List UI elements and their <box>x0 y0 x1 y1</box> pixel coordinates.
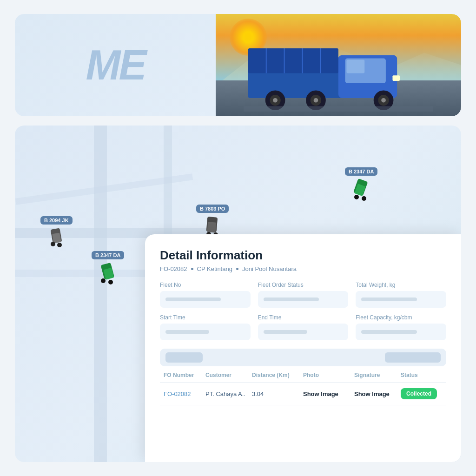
cell-photo[interactable]: Show Image <box>303 390 354 397</box>
dot-separator <box>191 268 193 270</box>
data-table: FO Number Customer Distance (Km) Photo S… <box>160 372 446 453</box>
field-input-fleet-no[interactable] <box>160 291 251 308</box>
subtitle-fo: FO-02082 <box>160 265 187 272</box>
map-road <box>94 126 107 462</box>
truck-visual <box>216 14 461 116</box>
fields-grid: Fleet No Fleet Order Status Total Weight… <box>160 282 446 340</box>
col-fo-number: FO Number <box>164 372 205 378</box>
table-toolbar <box>160 349 446 366</box>
field-input-fleet-order-status[interactable] <box>258 291 349 308</box>
field-input-start-time[interactable] <box>160 324 251 340</box>
vehicle-icon-green-left <box>98 261 118 288</box>
header-banner: ME <box>15 14 461 116</box>
placeholder-start-time <box>165 330 209 334</box>
cell-signature[interactable]: Show Image <box>354 390 401 397</box>
field-input-fleet-capacity[interactable] <box>356 324 446 340</box>
vehicle-marker-b2347da-left[interactable]: B 2347 DA <box>92 251 124 288</box>
field-total-weight: Total Weight, kg <box>356 282 446 308</box>
dot-separator <box>236 268 238 270</box>
field-fleet-no: Fleet No <box>160 282 251 308</box>
field-label-fleet-no: Fleet No <box>160 282 251 288</box>
field-label-fleet-order-status: Fleet Order Status <box>258 282 349 288</box>
field-label-start-time: Start Time <box>160 314 251 321</box>
map-section: B 2094 JK B 7803 PO B 2347 DA B 2347 DA <box>15 126 461 462</box>
col-signature: Signature <box>354 372 401 378</box>
svg-rect-1 <box>248 48 338 73</box>
svg-point-34 <box>101 278 106 283</box>
col-distance: Distance (Km) <box>252 372 303 378</box>
subtitle-cp: CP Ketintang <box>197 265 232 272</box>
field-end-time: End Time <box>258 314 349 340</box>
col-customer: Customer <box>205 372 252 378</box>
cell-status: Collected <box>401 388 438 399</box>
toolbar-button-1[interactable] <box>165 352 203 363</box>
field-input-total-weight[interactable] <box>356 291 446 308</box>
vehicle-marker-b2347da-top[interactable]: B 2347 DA <box>345 167 377 205</box>
toolbar-button-2[interactable] <box>385 352 441 363</box>
placeholder-total-weight <box>361 298 416 301</box>
field-input-end-time[interactable] <box>258 324 349 340</box>
svg-rect-25 <box>207 222 217 232</box>
svg-rect-9 <box>392 75 400 81</box>
status-badge-collected: Collected <box>401 388 437 399</box>
app-logo: ME <box>86 44 145 86</box>
field-label-fleet-capacity: Fleet Capacity, kg/cbm <box>356 314 446 321</box>
detail-panel: Detail Information FO-02082 CP Ketintang… <box>145 234 461 462</box>
subtitle-pool: Joni Pool Nusantara <box>242 265 297 272</box>
vehicle-label-b2347da-left: B 2347 DA <box>92 251 124 259</box>
panel-title: Detail Information <box>160 248 446 263</box>
field-label-total-weight: Total Weight, kg <box>356 282 446 288</box>
vehicle-marker-b2094jk[interactable]: B 2094 JK <box>40 216 73 252</box>
placeholder-fleet-order-status <box>264 298 319 301</box>
svg-point-22 <box>51 242 55 246</box>
placeholder-end-time <box>264 330 307 334</box>
field-start-time: Start Time <box>160 314 251 340</box>
svg-rect-19 <box>244 106 433 112</box>
svg-point-31 <box>362 196 366 201</box>
cell-distance: 3.04 <box>252 390 303 397</box>
svg-point-12 <box>273 98 278 103</box>
svg-rect-8 <box>346 60 364 73</box>
placeholder-fleet-no <box>165 298 221 301</box>
cell-fo-number: FO-02082 <box>164 390 205 397</box>
col-photo: Photo <box>303 372 354 378</box>
svg-point-18 <box>381 98 386 103</box>
panel-subtitle: FO-02082 CP Ketintang Joni Pool Nusantar… <box>160 265 446 272</box>
placeholder-fleet-capacity <box>361 330 416 334</box>
svg-point-30 <box>354 195 359 199</box>
field-fleet-order-status: Fleet Order Status <box>258 282 349 308</box>
svg-point-35 <box>108 280 113 284</box>
field-label-end-time: End Time <box>258 314 349 321</box>
vehicle-label-b2347da-top: B 2347 DA <box>345 167 377 176</box>
truck-svg <box>225 35 452 112</box>
vehicle-icon-dark <box>47 226 66 252</box>
table-header: FO Number Customer Distance (Km) Photo S… <box>160 372 446 383</box>
table-row: FO-02082 PT. Cahaya A.. 3.04 Show Image … <box>160 383 446 405</box>
svg-point-15 <box>314 98 318 103</box>
cell-customer: PT. Cahaya A.. <box>205 390 252 397</box>
vehicle-label-b2094jk: B 2094 JK <box>40 216 73 225</box>
vehicle-icon-green-top <box>351 178 371 205</box>
truck-image-section <box>216 14 461 116</box>
vehicle-label-b7803po: B 7803 PO <box>196 205 229 213</box>
field-fleet-capacity: Fleet Capacity, kg/cbm <box>356 314 446 340</box>
col-status: Status <box>401 372 438 378</box>
logo-section: ME <box>15 35 216 95</box>
svg-rect-21 <box>53 233 61 243</box>
svg-point-23 <box>57 243 62 247</box>
